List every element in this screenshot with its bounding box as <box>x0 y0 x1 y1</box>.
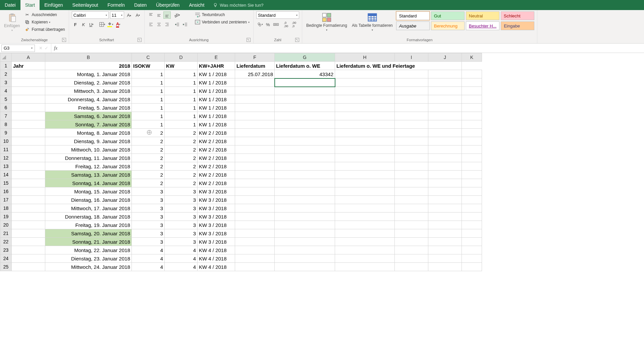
cell[interactable] <box>12 104 45 112</box>
cell[interactable] <box>428 187 462 196</box>
cell[interactable] <box>395 112 428 120</box>
cell[interactable] <box>395 254 428 263</box>
cell[interactable] <box>12 70 45 78</box>
align-middle-button[interactable] <box>155 11 163 19</box>
cell[interactable]: Lieferdatum o. WE und Feiertage <box>335 62 462 70</box>
cell[interactable] <box>12 213 45 221</box>
cell[interactable] <box>235 213 275 221</box>
column-header-I[interactable]: I <box>395 53 428 62</box>
cell[interactable] <box>462 196 482 204</box>
cell[interactable]: Montag, 22. Januar 2018 <box>45 246 132 254</box>
cell[interactable]: 2 <box>132 171 165 179</box>
cell[interactable]: Dienstag, 9. Januar 2018 <box>45 137 132 145</box>
cell[interactable] <box>395 129 428 137</box>
fx-icon[interactable]: fx <box>51 46 60 51</box>
underline-button[interactable]: U▾ <box>88 21 95 28</box>
cell[interactable]: Lieferdatum o. WE <box>275 62 335 70</box>
cell[interactable]: KW 1 / 2018 <box>198 112 235 120</box>
cell[interactable]: KW <box>165 62 198 70</box>
cell[interactable] <box>428 171 462 179</box>
cell[interactable] <box>395 238 428 246</box>
cell[interactable]: Montag, 8. Januar 2018 <box>45 129 132 137</box>
cell[interactable] <box>428 112 462 120</box>
cell[interactable] <box>428 254 462 263</box>
cell[interactable]: Mittwoch, 17. Januar 2018 <box>45 204 132 213</box>
cell[interactable] <box>275 187 335 196</box>
cell[interactable] <box>462 104 482 112</box>
cell[interactable]: 2018 <box>45 62 132 70</box>
cell[interactable] <box>335 104 395 112</box>
cell[interactable] <box>395 78 428 87</box>
column-header-K[interactable]: K <box>462 53 482 62</box>
column-header-G[interactable]: G <box>275 53 335 62</box>
cell[interactable]: KW 3 / 2018 <box>198 213 235 221</box>
cell[interactable]: 2 <box>132 179 165 187</box>
cell[interactable] <box>395 204 428 213</box>
cell[interactable] <box>462 179 482 187</box>
cell[interactable]: 1 <box>132 78 165 87</box>
cell[interactable]: KW 3 / 2018 <box>198 238 235 246</box>
cell[interactable] <box>335 187 395 196</box>
cell[interactable] <box>275 120 335 129</box>
cell[interactable] <box>335 171 395 179</box>
cell[interactable] <box>462 162 482 171</box>
cell[interactable] <box>395 196 428 204</box>
cell[interactable]: Sonntag, 14. Januar 2018 <box>45 179 132 187</box>
style-neutral[interactable]: Neutral <box>466 11 499 20</box>
cell[interactable] <box>235 179 275 187</box>
cell[interactable]: 3 <box>165 204 198 213</box>
format-as-table-button[interactable]: Als Tabelle formatieren▾ <box>351 11 394 32</box>
cell[interactable] <box>235 95 275 104</box>
cell[interactable] <box>275 204 335 213</box>
cell[interactable] <box>335 196 395 204</box>
cell[interactable]: 1 <box>165 112 198 120</box>
style-schlecht[interactable]: Schlecht <box>501 11 534 20</box>
cell[interactable] <box>428 229 462 238</box>
cell[interactable] <box>12 238 45 246</box>
dialog-launcher-icon[interactable]: ⤡ <box>247 38 251 42</box>
cell[interactable] <box>462 145 482 154</box>
cell[interactable] <box>462 137 482 145</box>
row-header[interactable]: 21 <box>0 229 12 238</box>
row-header[interactable]: 23 <box>0 246 12 254</box>
cell[interactable]: KW 4 / 2018 <box>198 246 235 254</box>
cell[interactable]: Mittwoch, 24. Januar 2018 <box>45 263 132 271</box>
row-header[interactable]: 18 <box>0 204 12 213</box>
cell[interactable] <box>462 246 482 254</box>
cell[interactable] <box>235 196 275 204</box>
cell[interactable] <box>395 246 428 254</box>
dialog-launcher-icon[interactable]: ⤡ <box>138 38 142 42</box>
cell[interactable] <box>12 254 45 263</box>
cell[interactable] <box>12 179 45 187</box>
style-besuchter[interactable]: Besuchter H... <box>466 21 499 30</box>
font-name-combo[interactable]: Calibri▾ <box>72 11 109 19</box>
cell[interactable]: Samstag, 6. Januar 2018 <box>45 112 132 120</box>
cell[interactable]: KW 2 / 2018 <box>198 145 235 154</box>
column-header-A[interactable]: A <box>12 53 45 62</box>
cell[interactable] <box>275 229 335 238</box>
cell[interactable]: KW 2 / 2018 <box>198 162 235 171</box>
row-header[interactable]: 5 <box>0 95 12 104</box>
align-bottom-button[interactable] <box>163 11 171 19</box>
cell[interactable] <box>428 238 462 246</box>
cell[interactable] <box>462 254 482 263</box>
cell[interactable]: Donnerstag, 11. Januar 2018 <box>45 154 132 162</box>
cell[interactable] <box>335 221 395 229</box>
cell[interactable] <box>428 221 462 229</box>
cell[interactable] <box>275 95 335 104</box>
cell[interactable] <box>462 129 482 137</box>
cell[interactable]: Jahr <box>12 62 45 70</box>
row-header[interactable]: 17 <box>0 196 12 204</box>
cell[interactable]: KW 3 / 2018 <box>198 229 235 238</box>
cell[interactable]: Dienstag, 16. Januar 2018 <box>45 196 132 204</box>
cell[interactable] <box>335 254 395 263</box>
cell[interactable]: 1 <box>132 120 165 129</box>
decrease-font-button[interactable]: A▾ <box>134 11 142 19</box>
cell[interactable] <box>395 179 428 187</box>
cell[interactable]: 2 <box>165 137 198 145</box>
cell[interactable]: KW 2 / 2018 <box>198 137 235 145</box>
formula-input[interactable] <box>60 45 644 52</box>
cell[interactable]: KW 1 / 2018 <box>198 87 235 95</box>
cell[interactable] <box>275 254 335 263</box>
cell[interactable] <box>275 171 335 179</box>
